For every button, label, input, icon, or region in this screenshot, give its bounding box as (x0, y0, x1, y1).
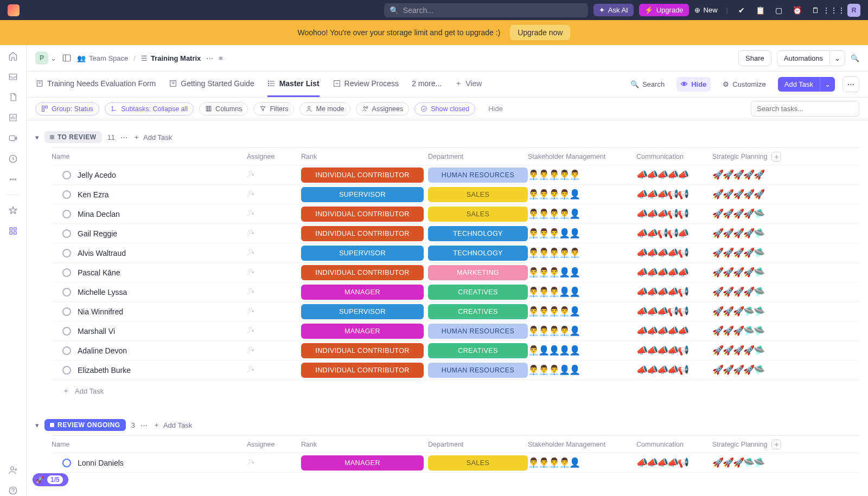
group-more-icon[interactable]: ⋯ (141, 421, 148, 429)
assignee-cell[interactable] (247, 458, 301, 468)
workspace-badge[interactable]: P (35, 51, 48, 65)
communication-rating[interactable]: 📣📣📣📣📢 (636, 286, 712, 298)
communication-rating[interactable]: 📣📣📣📣📢 (636, 247, 712, 259)
rank-badge[interactable]: INDIVIDUAL CONTRIBUTOR (301, 343, 424, 358)
stakeholder-rating[interactable]: 👨‍💼👨‍💼👨‍💼👨‍💼👤 (528, 189, 636, 200)
table-row[interactable]: Lonni Daniels MANAGER SALES 👨‍💼👨‍💼👨‍💼👨‍💼… (52, 453, 859, 473)
clips-icon[interactable] (8, 133, 18, 144)
header-search-icon[interactable]: 🔍 (851, 54, 859, 62)
rank-badge[interactable]: SUPERVISOR (301, 246, 424, 261)
global-search[interactable]: 🔍 Search... (384, 3, 588, 17)
table-row[interactable]: Ken Ezra SUPERVISOR SALES 👨‍💼👨‍💼👨‍💼👨‍💼👤 … (52, 185, 859, 204)
list-settings-icon[interactable]: ≡ (219, 54, 223, 62)
department-badge[interactable]: CREATIVES (428, 304, 528, 319)
more-icon[interactable] (8, 174, 18, 185)
task-name[interactable]: Ken Ezra (78, 190, 109, 199)
col-name[interactable]: Name (52, 153, 247, 160)
stakeholder-rating[interactable]: 👨‍💼👨‍💼👨‍💼👨‍💼👤 (528, 306, 636, 317)
upgrade-now-button[interactable]: Upgrade now (510, 25, 570, 40)
stakeholder-rating[interactable]: 👨‍💼👨‍💼👨‍💼👤👤 (528, 286, 636, 298)
strategic-rating[interactable]: 🚀🚀🚀🚀🚀 (712, 169, 794, 181)
sidebar-toggle-icon[interactable] (62, 53, 72, 63)
table-row[interactable]: Alvis Waltraud SUPERVISOR TECHNOLOGY 👨‍💼… (52, 243, 859, 263)
strategic-rating[interactable]: 🚀🚀🚀🚀🛸 (712, 228, 794, 239)
inbox-icon[interactable] (8, 71, 18, 82)
assignee-cell[interactable] (247, 267, 301, 278)
tab-master-list[interactable]: Master List (267, 72, 320, 97)
col-department[interactable]: Department (424, 153, 528, 160)
strategic-rating[interactable]: 🚀🚀🚀🚀🛸 (712, 247, 794, 259)
task-name[interactable]: Lonni Daniels (78, 459, 124, 467)
group-add-task[interactable]: ＋Add Task (133, 132, 172, 142)
task-name[interactable]: Michelle Lyssa (78, 288, 127, 297)
strategic-rating[interactable]: 🚀🚀🚀🚀🚀 (712, 189, 794, 200)
department-badge[interactable]: SALES (428, 207, 528, 222)
col-rank[interactable]: Rank (301, 153, 424, 160)
table-row[interactable]: Jelly Acedo INDIVIDUAL CONTRIBUTOR HUMAN… (52, 165, 859, 185)
rank-badge[interactable]: MANAGER (301, 324, 424, 339)
status-ring-icon[interactable] (62, 190, 71, 199)
rank-badge[interactable]: INDIVIDUAL CONTRIBUTOR (301, 207, 424, 222)
department-badge[interactable]: TECHNOLOGY (428, 246, 528, 261)
col-stakeholder[interactable]: Stakeholder Management (528, 153, 636, 160)
status-chip[interactable]: REVIEW ONGOING (44, 419, 126, 431)
rank-badge[interactable]: MANAGER (301, 455, 424, 471)
strategic-rating[interactable]: 🚀🚀🚀🛸🛸 (712, 306, 794, 317)
assignee-cell[interactable] (247, 326, 301, 336)
status-ring-icon[interactable] (62, 327, 71, 336)
stakeholder-rating[interactable]: 👨‍💼👨‍💼👨‍💼👨‍💼👨‍💼 (528, 247, 636, 259)
list-more-icon[interactable]: ⋯ (206, 54, 213, 62)
check-circle-icon[interactable]: ✔︎ (737, 5, 746, 15)
communication-rating[interactable]: 📣📣📣📣📢 (636, 457, 712, 468)
task-name[interactable]: Elizabeth Burke (78, 366, 131, 375)
status-ring-icon[interactable] (62, 268, 71, 277)
assignee-cell[interactable] (247, 345, 301, 356)
show-closed-chip[interactable]: Show closed (414, 102, 475, 115)
department-badge[interactable]: HUMAN RESOURCES (428, 168, 528, 183)
stakeholder-rating[interactable]: 👨‍💼👨‍💼👨‍💼👨‍💼👨‍💼 (528, 169, 636, 181)
add-view-button[interactable]: ＋View (455, 72, 482, 97)
stakeholder-rating[interactable]: 👨‍💼👨‍💼👨‍💼👨‍💼👤 (528, 325, 636, 337)
share-button[interactable]: Share (738, 50, 771, 66)
strategic-rating[interactable]: 🚀🚀🚀🚀🛸 (712, 364, 794, 376)
add-task-inline[interactable]: Add Task (75, 387, 104, 395)
hide-button[interactable]: 👁Hide (676, 77, 711, 92)
table-row[interactable]: Pascal Kāne INDIVIDUAL CONTRIBUTOR MARKE… (52, 263, 859, 282)
status-ring-icon[interactable] (62, 366, 71, 375)
add-task-button[interactable]: Add Task (778, 77, 820, 92)
automations-dropdown[interactable]: ⌄ (830, 50, 845, 66)
table-row[interactable]: Marshall Vi MANAGER HUMAN RESOURCES 👨‍💼👨… (52, 321, 859, 341)
apps-grid-icon[interactable]: ⋮⋮⋮ (829, 5, 839, 15)
assignee-cell[interactable] (247, 189, 301, 199)
status-ring-icon[interactable] (62, 288, 71, 297)
assignee-cell[interactable] (247, 287, 301, 297)
assignee-cell[interactable] (247, 228, 301, 239)
status-chip[interactable]: TO REVIEW (44, 131, 102, 143)
communication-rating[interactable]: 📣📣📣📣📢 (636, 345, 712, 356)
spaces-icon[interactable] (8, 226, 18, 236)
task-search[interactable] (751, 101, 859, 117)
rank-badge[interactable]: INDIVIDUAL CONTRIBUTOR (301, 226, 424, 241)
customize-button[interactable]: ⚙Customize (718, 77, 770, 92)
assignees-chip[interactable]: Assignees (356, 102, 410, 115)
group-collapse-toggle[interactable]: ▾ (35, 421, 39, 429)
group-add-task[interactable]: ＋Add Task (153, 420, 192, 430)
favorites-icon[interactable] (8, 205, 18, 216)
assignee-cell[interactable] (247, 306, 301, 317)
department-badge[interactable]: HUMAN RESOURCES (428, 324, 528, 339)
group-more-icon[interactable]: ⋯ (120, 133, 127, 141)
rank-badge[interactable]: INDIVIDUAL CONTRIBUTOR (301, 168, 424, 183)
group-collapse-toggle[interactable]: ▾ (35, 133, 39, 141)
user-avatar[interactable]: R (847, 4, 860, 17)
ask-ai-button[interactable]: ✦ Ask AI (593, 4, 634, 16)
task-name[interactable]: Gail Reggie (78, 229, 117, 238)
col-assignee[interactable]: Assignee (247, 441, 301, 448)
tab-review-process[interactable]: Review Process (333, 72, 399, 97)
me-mode-chip[interactable]: Me mode (299, 102, 350, 115)
invite-icon[interactable] (8, 465, 18, 475)
status-ring-icon[interactable] (62, 229, 71, 238)
status-ring-icon[interactable] (62, 210, 71, 218)
tab-getting-started[interactable]: Getting Started Guide (169, 72, 254, 97)
department-badge[interactable]: HUMAN RESOURCES (428, 363, 528, 378)
strategic-rating[interactable]: 🚀🚀🚀🚀🛸 (712, 345, 794, 356)
